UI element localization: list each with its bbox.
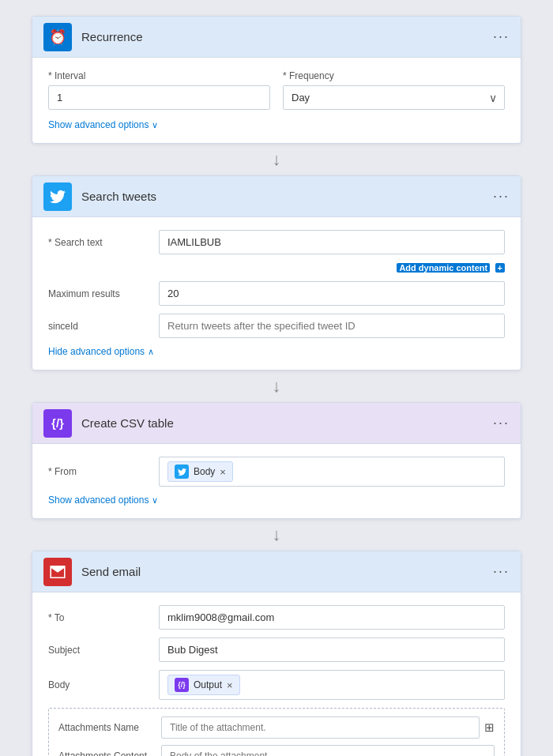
attachments-section: Attachments Name ⊞ Attachments Content A…: [48, 708, 505, 756]
from-input-wrapper: Body ×: [159, 457, 505, 487]
frequency-select-wrapper: Day Hour Minute Week Month ∨: [283, 85, 505, 110]
from-tag-container: Body ×: [159, 457, 505, 487]
create-csv-body: * From Body × Show advanced options: [32, 444, 521, 518]
from-tag-close-icon[interactable]: ×: [220, 466, 226, 478]
to-label: * To: [48, 612, 159, 623]
attachments-name-row: Attachments Name ⊞: [58, 717, 495, 739]
add-dynamic-content-link[interactable]: Add dynamic content +: [48, 262, 505, 273]
body-tag-container: {/} Output ×: [159, 670, 505, 700]
attachments-name-label: Attachments Name: [58, 722, 161, 733]
recurrence-fields-row: * Interval * Frequency Day Hour Minute W…: [48, 70, 505, 110]
subject-row: Subject: [48, 638, 505, 662]
connector-3: ↓: [273, 519, 281, 551]
send-email-card: Send email ··· * To Subject Body: [32, 551, 521, 756]
from-body-tag: Body ×: [167, 461, 233, 482]
twitter-icon: [43, 182, 72, 211]
to-row: * To: [48, 605, 505, 630]
search-tweets-body: * Search text Add dynamic content + Maxi…: [32, 217, 521, 370]
create-csv-show-advanced-toggle[interactable]: Show advanced options ∨: [48, 495, 505, 506]
attachments-name-input[interactable]: [161, 717, 480, 739]
interval-label: * Interval: [48, 70, 270, 81]
recurrence-header: ⏰ Recurrence ···: [32, 17, 521, 58]
to-input-wrapper: [159, 605, 505, 630]
body-input-wrapper: {/} Output ×: [159, 670, 505, 700]
max-results-input-wrapper: [159, 281, 505, 306]
interval-input[interactable]: [48, 85, 270, 110]
body-row: Body {/} Output ×: [48, 670, 505, 700]
dynamic-plus-icon: +: [495, 263, 505, 273]
max-results-input[interactable]: [159, 281, 505, 306]
subject-input[interactable]: [159, 638, 505, 662]
body-output-tag: {/} Output ×: [167, 675, 240, 695]
subject-label: Subject: [48, 645, 159, 656]
create-csv-menu[interactable]: ···: [493, 415, 510, 431]
connector-1: ↓: [273, 144, 281, 175]
search-tweets-hide-advanced-label: Hide advanced options: [48, 346, 145, 357]
search-tweets-hide-advanced-toggle[interactable]: Hide advanced options ∧: [48, 346, 505, 357]
send-email-menu[interactable]: ···: [493, 563, 510, 580]
frequency-label: * Frequency: [283, 70, 505, 81]
since-id-label: sinceId: [48, 321, 159, 332]
create-csv-card: {/} Create CSV table ··· * From Body ×: [32, 402, 521, 519]
send-email-title: Send email: [81, 565, 493, 578]
csv-icon: {/}: [43, 409, 72, 438]
recurrence-card: ⏰ Recurrence ··· * Interval * Frequency …: [32, 16, 521, 144]
max-results-label: Maximum results: [48, 288, 159, 299]
interval-group: * Interval: [48, 70, 270, 110]
from-label: * From: [48, 466, 159, 477]
recurrence-menu[interactable]: ···: [493, 28, 510, 45]
email-icon: [43, 558, 72, 586]
attachments-name-icon[interactable]: ⊞: [484, 720, 495, 735]
body-label: Body: [48, 679, 159, 690]
frequency-select[interactable]: Day Hour Minute Week Month: [283, 85, 505, 110]
search-text-label: * Search text: [48, 237, 159, 248]
search-tweets-hide-advanced-chevron: ∧: [148, 347, 154, 357]
recurrence-icon: ⏰: [43, 23, 72, 51]
recurrence-show-advanced-toggle[interactable]: Show advanced options ∨: [48, 119, 505, 130]
recurrence-title: Recurrence: [81, 30, 493, 43]
from-row: * From Body ×: [48, 457, 505, 487]
max-results-row: Maximum results: [48, 281, 505, 306]
send-email-header: Send email ···: [32, 551, 521, 592]
connector-2: ↓: [273, 370, 281, 402]
send-email-body: * To Subject Body {/} Output: [32, 592, 521, 756]
since-id-row: sinceId: [48, 314, 505, 338]
body-tag-label: Output: [194, 679, 222, 690]
from-tag-label: Body: [194, 466, 215, 477]
recurrence-show-advanced-chevron: ∨: [152, 120, 158, 130]
from-tag-twitter-icon: [175, 465, 189, 479]
body-tag-csv-icon: {/}: [175, 678, 189, 692]
create-csv-show-advanced-label: Show advanced options: [48, 495, 149, 506]
attachments-content-input[interactable]: [161, 745, 495, 756]
recurrence-show-advanced-label: Show advanced options: [48, 119, 149, 130]
attachments-content-row: Attachments Content: [58, 745, 495, 756]
since-id-input[interactable]: [159, 314, 505, 338]
flow-container: ⏰ Recurrence ··· * Interval * Frequency …: [32, 16, 521, 756]
search-tweets-menu[interactable]: ···: [493, 188, 510, 205]
since-id-input-wrapper: [159, 314, 505, 338]
to-input[interactable]: [159, 605, 505, 630]
recurrence-body: * Interval * Frequency Day Hour Minute W…: [32, 58, 521, 143]
create-csv-show-advanced-chevron: ∨: [152, 495, 158, 506]
search-tweets-card: Search tweets ··· * Search text Add dyna…: [32, 175, 521, 370]
attachments-content-label: Attachments Content: [58, 750, 161, 756]
subject-input-wrapper: [159, 638, 505, 662]
frequency-group: * Frequency Day Hour Minute Week Month ∨: [283, 70, 505, 110]
search-text-row: * Search text: [48, 230, 505, 254]
search-tweets-title: Search tweets: [81, 190, 493, 203]
create-csv-title: Create CSV table: [81, 416, 493, 430]
search-text-input[interactable]: [159, 230, 505, 254]
search-text-input-wrapper: [159, 230, 505, 254]
create-csv-header: {/} Create CSV table ···: [32, 403, 521, 444]
search-tweets-header: Search tweets ···: [32, 176, 521, 217]
body-tag-close-icon[interactable]: ×: [227, 679, 233, 691]
